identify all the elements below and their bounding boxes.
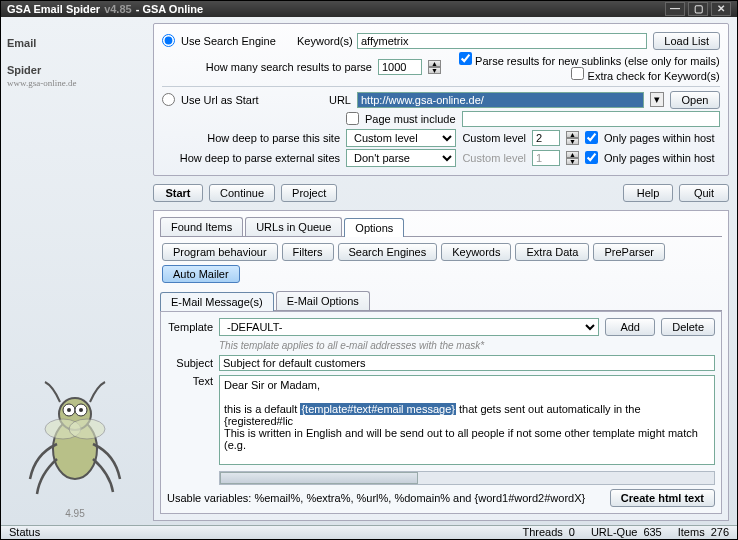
tab-found-items[interactable]: Found Items bbox=[160, 217, 243, 236]
start-button[interactable]: Start bbox=[153, 184, 203, 202]
main-tabs: Found Items URLs in Queue Options bbox=[160, 217, 722, 237]
text-label: Text bbox=[167, 375, 213, 387]
app-title: GSA Email Spider bbox=[7, 3, 100, 15]
url-input[interactable] bbox=[357, 92, 644, 108]
project-button[interactable]: Project bbox=[281, 184, 337, 202]
howmany-down[interactable]: ▼ bbox=[428, 67, 441, 74]
deep-site-select[interactable]: Custom level bbox=[346, 129, 456, 147]
threads-label: Threads bbox=[522, 526, 562, 538]
urlque-value: 635 bbox=[643, 526, 661, 538]
load-list-button[interactable]: Load List bbox=[653, 32, 720, 50]
delete-template-button[interactable]: Delete bbox=[661, 318, 715, 336]
option-button-group: Program behaviour Filters Search Engines… bbox=[160, 237, 722, 285]
add-template-button[interactable]: Add bbox=[605, 318, 655, 336]
usable-vars-label: Usable variables: %email%, %extra%, %url… bbox=[167, 492, 604, 504]
keyword-input[interactable] bbox=[357, 33, 647, 49]
logo: EmailSpider www.gsa-online.de bbox=[7, 23, 143, 87]
keyword-label: Keyword(s) bbox=[297, 35, 351, 47]
template-hint: This template applies to all e-mail addr… bbox=[219, 340, 484, 351]
use-search-engine-radio[interactable] bbox=[162, 34, 175, 47]
body-textarea[interactable]: Dear Sir or Madam, this is a default {te… bbox=[219, 375, 715, 465]
deep-ext-label: How deep to parse external sites bbox=[162, 152, 340, 164]
threads-value: 0 bbox=[569, 526, 575, 538]
use-url-radio[interactable] bbox=[162, 93, 175, 106]
extra-check-checkbox[interactable] bbox=[571, 67, 584, 80]
items-value: 276 bbox=[711, 526, 729, 538]
howmany-up[interactable]: ▲ bbox=[428, 60, 441, 67]
url-label: URL bbox=[297, 94, 351, 106]
urlque-label: URL-Que bbox=[591, 526, 637, 538]
logo-url: www.gsa-online.de bbox=[7, 79, 143, 87]
howmany-label: How many search results to parse bbox=[162, 61, 372, 73]
custom-site-input[interactable] bbox=[532, 130, 560, 146]
page-include-checkbox[interactable] bbox=[346, 112, 359, 125]
subtab-email-options[interactable]: E-Mail Options bbox=[276, 291, 370, 310]
open-button[interactable]: Open bbox=[670, 91, 720, 109]
page-include-input[interactable] bbox=[462, 111, 721, 127]
minimize-button[interactable]: — bbox=[665, 2, 685, 16]
svg-point-5 bbox=[79, 408, 83, 412]
tab-urls-queue[interactable]: URLs in Queue bbox=[245, 217, 342, 236]
app-title-suffix: - GSA Online bbox=[136, 3, 203, 15]
custom-ext-input bbox=[532, 150, 560, 166]
template-select[interactable]: -DEFAULT- bbox=[219, 318, 599, 336]
parse-sublinks-checkbox[interactable] bbox=[459, 52, 472, 65]
create-html-text-button[interactable]: Create html text bbox=[610, 489, 715, 507]
tab-options[interactable]: Options bbox=[344, 218, 404, 237]
version-label: 4.95 bbox=[65, 508, 84, 519]
search-panel: Use Search Engine Keyword(s) Load List H… bbox=[153, 23, 729, 176]
filters-button[interactable]: Filters bbox=[282, 243, 334, 261]
body-hscroll[interactable] bbox=[219, 471, 715, 485]
svg-point-7 bbox=[69, 419, 105, 439]
sidebar: EmailSpider www.gsa-online.de 4.95 bbox=[1, 17, 149, 525]
custom-site-label: Custom level bbox=[462, 132, 526, 144]
continue-button[interactable]: Continue bbox=[209, 184, 275, 202]
url-dropdown-icon[interactable]: ▾ bbox=[650, 92, 664, 107]
howmany-input[interactable] bbox=[378, 59, 422, 75]
template-label: Template bbox=[167, 321, 213, 333]
titlebar: GSA Email Spider v4.85 - GSA Online — ▢ … bbox=[1, 1, 737, 17]
page-include-label: Page must include bbox=[365, 113, 456, 125]
use-url-label: Use Url as Start bbox=[181, 94, 291, 106]
subject-input[interactable] bbox=[219, 355, 715, 371]
only-host-ext-checkbox[interactable] bbox=[585, 151, 598, 164]
subtab-email-messages[interactable]: E-Mail Message(s) bbox=[160, 292, 274, 311]
close-button[interactable]: ✕ bbox=[711, 2, 731, 16]
search-engines-button[interactable]: Search Engines bbox=[338, 243, 438, 261]
status-label: Status bbox=[9, 526, 40, 538]
program-behaviour-button[interactable]: Program behaviour bbox=[162, 243, 278, 261]
keywords-button[interactable]: Keywords bbox=[441, 243, 511, 261]
only-host-site-checkbox[interactable] bbox=[585, 131, 598, 144]
svg-point-4 bbox=[67, 408, 71, 412]
preparser-button[interactable]: PreParser bbox=[593, 243, 665, 261]
deep-ext-select[interactable]: Don't parse bbox=[346, 149, 456, 167]
maximize-button[interactable]: ▢ bbox=[688, 2, 708, 16]
extra-data-button[interactable]: Extra Data bbox=[515, 243, 589, 261]
deep-site-label: How deep to parse this site bbox=[162, 132, 340, 144]
auto-mailer-button[interactable]: Auto Mailer bbox=[162, 265, 240, 283]
items-label: Items bbox=[678, 526, 705, 538]
mascot-image bbox=[15, 374, 135, 504]
use-se-label: Use Search Engine bbox=[181, 35, 291, 47]
statusbar: Status Threads0 URL-Que635 Items276 bbox=[1, 525, 737, 539]
quit-button[interactable]: Quit bbox=[679, 184, 729, 202]
help-button[interactable]: Help bbox=[623, 184, 673, 202]
subject-label: Subject bbox=[167, 357, 213, 369]
